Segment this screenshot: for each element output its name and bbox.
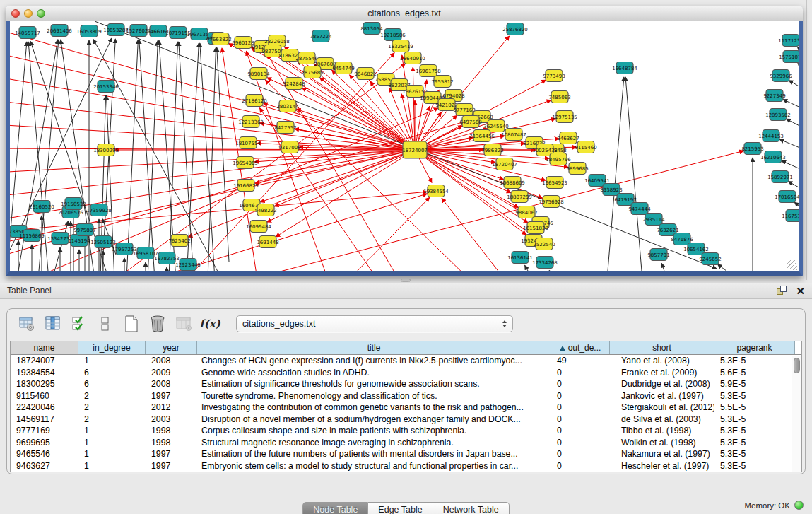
- graph-node[interactable]: 16053809: [76, 25, 102, 37]
- graph-node[interactable]: 20153346: [93, 81, 119, 93]
- graph-node[interactable]: 17016504: [775, 191, 799, 203]
- graph-node[interactable]: 18107554: [235, 137, 261, 149]
- graph-node[interactable]: 11675311: [782, 210, 799, 222]
- graph-node[interactable]: 17359928: [86, 204, 112, 216]
- network-window-titlebar[interactable]: citations_edges.txt: [6, 6, 803, 21]
- graph-node[interactable]: 9242848: [283, 78, 305, 90]
- column-header-out_de[interactable]: out_de...: [551, 341, 610, 354]
- graph-node[interactable]: 9329966: [770, 70, 792, 82]
- graph-node[interactable]: 19218506: [380, 29, 406, 41]
- function-builder-button[interactable]: f(x): [200, 314, 220, 334]
- column-header-short[interactable]: short: [610, 341, 714, 354]
- graph-node[interactable]: 5498222: [254, 204, 276, 216]
- graph-node[interactable]: 18300295: [93, 144, 119, 156]
- graph-node[interactable]: 9890134: [247, 68, 270, 80]
- column-header-name[interactable]: name: [11, 341, 78, 354]
- table-row[interactable]: 946554611997Estimation of the future num…: [11, 448, 801, 460]
- graph-node[interactable]: 9646821: [354, 68, 376, 80]
- graph-node[interactable]: 9884067: [515, 206, 537, 218]
- column-header-year[interactable]: year: [146, 341, 197, 354]
- graph-node[interactable]: 9975887: [73, 224, 95, 236]
- graph-node[interactable]: 7986322: [481, 144, 503, 156]
- graph-node[interactable]: 9899685: [566, 163, 588, 175]
- vertical-scrollbar[interactable]: [792, 356, 801, 472]
- graph-node[interactable]: 15892971: [767, 171, 793, 183]
- table-row[interactable]: 1938455462009Genome-wide association stu…: [11, 367, 801, 379]
- graph-node[interactable]: 18640910: [400, 52, 425, 64]
- graph-node[interactable]: 15751074: [779, 51, 799, 63]
- graph-node[interactable]: 6497568: [459, 116, 481, 128]
- graph-node[interactable]: 20691406: [47, 25, 72, 37]
- close-panel-icon[interactable]: ✕: [796, 286, 805, 296]
- graph-node[interactable]: 19654923: [542, 177, 567, 189]
- split-pane-handle[interactable]: [401, 279, 411, 282]
- graph-node[interactable]: 25876820: [502, 23, 528, 35]
- graph-node[interactable]: 9227349: [763, 90, 785, 102]
- graph-node[interactable]: 12444153: [758, 130, 784, 142]
- graph-node[interactable]: 2803144: [276, 100, 299, 112]
- graph-node[interactable]: 18724007: [402, 141, 428, 158]
- graph-node[interactable]: 7857224: [310, 30, 332, 42]
- graph-node[interactable]: 14055717: [15, 27, 40, 39]
- graph-node[interactable]: 9857791: [647, 249, 669, 261]
- table-row[interactable]: 969969511998Structural magnetic resonanc…: [11, 437, 801, 449]
- graph-node[interactable]: 9245652: [699, 253, 721, 265]
- graph-node[interactable]: 18325419: [388, 40, 413, 52]
- delete-column-button[interactable]: [148, 314, 167, 334]
- table-row[interactable]: 911546021997Tourette syndrome. Phenomeno…: [11, 390, 801, 402]
- graph-node[interactable]: 2875685: [301, 66, 323, 78]
- show-columns-button[interactable]: [43, 314, 63, 334]
- graph-node[interactable]: 79756928: [539, 196, 564, 208]
- table-row[interactable]: 946362711997Embryonic stem cells: a mode…: [11, 460, 801, 472]
- tab-node-table[interactable]: Node Table: [302, 502, 368, 514]
- graph-node[interactable]: 19384554: [423, 185, 449, 197]
- tab-network-table[interactable]: Network Table: [433, 502, 510, 514]
- table-row[interactable]: 1456911722003Disruption of a novel membe…: [11, 414, 801, 426]
- graph-node[interactable]: 16648784: [612, 62, 637, 74]
- window-resize-grip[interactable]: [787, 260, 797, 270]
- column-header-pagerank[interactable]: pagerank: [714, 341, 795, 354]
- graph-node[interactable]: 1691448: [257, 236, 278, 248]
- svg-text:23226058: 23226058: [264, 39, 290, 45]
- graph-node[interactable]: 10688609: [500, 177, 525, 189]
- column-header-title[interactable]: title: [197, 341, 551, 354]
- graph-node[interactable]: 12975135: [552, 111, 577, 123]
- graph-node[interactable]: 9773493: [543, 70, 565, 82]
- row-height-button[interactable]: [95, 314, 115, 334]
- graph-node[interactable]: 9115460: [575, 141, 596, 153]
- graph-node[interactable]: 9463627: [557, 132, 579, 144]
- network-canvas[interactable]: 1872400714055717206914061605380910653287…: [10, 21, 799, 271]
- graph-node[interactable]: 17334268: [532, 257, 558, 269]
- graph-node[interactable]: 7485063: [548, 91, 570, 103]
- graph-node[interactable]: 9960128: [232, 37, 254, 49]
- table-row[interactable]: 977716911998Corpus callosum shape and si…: [11, 425, 801, 437]
- graph-node[interactable]: 7955812: [431, 76, 453, 88]
- graph-node[interactable]: 27186120: [242, 95, 267, 107]
- graph-node[interactable]: 8454749: [332, 62, 354, 74]
- graph-node[interactable]: 11171234: [778, 35, 799, 47]
- table-mode-button[interactable]: [17, 314, 37, 334]
- graph-node[interactable]: 8215953: [741, 143, 763, 155]
- graph-node[interactable]: 9317006: [278, 141, 301, 153]
- tab-edge-table[interactable]: Edge Table: [368, 502, 433, 514]
- graph-node[interactable]: 12093582: [765, 109, 791, 121]
- graph-node[interactable]: 10653287: [103, 24, 129, 36]
- graph-node[interactable]: 7663822: [209, 33, 231, 45]
- new-column-button[interactable]: [122, 314, 141, 334]
- graph-node[interactable]: 8427552: [274, 122, 296, 134]
- graph-node[interactable]: 12213363: [238, 116, 264, 128]
- table-selector-dropdown[interactable]: citations_edges.txt: [236, 315, 513, 332]
- graph-node[interactable]: 16136141: [507, 252, 533, 264]
- graph-node[interactable]: 18720407: [492, 158, 517, 170]
- selection-mode-button[interactable]: [69, 314, 89, 334]
- float-panel-icon[interactable]: [777, 286, 787, 296]
- scrollbar-thumb[interactable]: [794, 358, 800, 373]
- graph-node[interactable]: 7625402: [168, 235, 190, 247]
- graph-node[interactable]: 19166825: [233, 180, 259, 192]
- table-panel-titlebar: Table Panel ✕: [0, 283, 812, 299]
- graph-node[interactable]: 2522540: [533, 238, 555, 250]
- table-row[interactable]: 1872400712008Changes of HCN gene express…: [11, 355, 801, 367]
- table-row[interactable]: 1830029562008Estimation of significance …: [11, 378, 801, 390]
- column-header-in_degree[interactable]: in_degree: [78, 341, 146, 354]
- table-row[interactable]: 2242004622012Investigating the contribut…: [11, 402, 801, 414]
